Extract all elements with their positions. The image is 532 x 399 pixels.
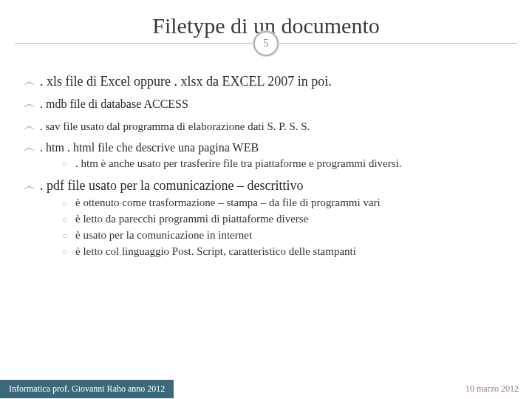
list-item: ෴ . pdf file usato per la comunicazione … [24,177,514,259]
content: ෴ . xls file di Excel oppure . xlsx da E… [0,56,532,259]
footer: Informatica prof. Giovanni Raho anno 201… [0,378,532,399]
sub-item: ○ è ottenuto come trasformazione – stamp… [62,195,514,210]
page-number-wrap: 5 [0,31,532,56]
slide: Filetype di un documento 5 ෴ . xls file … [0,0,532,399]
bullet-icon: ෴ [24,118,40,134]
item-text: . xls file di Excel oppure . xlsx da EXC… [40,72,514,90]
bullet-icon: ෴ [24,96,40,112]
page-number: 5 [253,31,279,56]
list-item: ෴ . mdb file di database ACCESS [24,96,514,112]
sublist: ○ . htm è anche usato per trasferire fil… [24,156,514,171]
list-item: ෴ . sav file usato dal programma di elab… [24,118,514,134]
bullet-icon: ෴ [24,178,40,194]
circle-icon: ○ [62,230,75,242]
circle-icon: ○ [62,197,75,209]
circle-icon: ○ [62,246,75,258]
sub-item: ○ è letto col linguaggio Post. Script, c… [62,244,514,259]
circle-icon: ○ [62,214,75,225]
item-text: . sav file usato dal programma di elabor… [40,119,514,134]
bullet-icon: ෴ [24,74,40,90]
footer-right: 10 marzo 2012 [466,383,532,395]
item-text: . pdf file usato per la comunicazione – … [40,177,514,194]
sub-item: ○ è usato per la comunicazione in intern… [62,228,514,242]
list-item: ෴ . htm . html file che descrive una pag… [24,140,514,171]
circle-icon: ○ [62,158,75,170]
list-item: ෴ . xls file di Excel oppure . xlsx da E… [24,72,514,90]
sublist: ○ è ottenuto come trasformazione – stamp… [24,195,514,259]
bullet-icon: ෴ [24,140,40,156]
item-text: . mdb file di database ACCESS [40,96,514,112]
sub-item: ○ . htm è anche usato per trasferire fil… [62,156,514,171]
item-text: . htm . html file che descrive una pagin… [40,140,514,156]
footer-left: Informatica prof. Giovanni Raho anno 201… [0,380,174,398]
sub-item: ○ è letto da parecchi programmi di piatt… [62,211,514,226]
